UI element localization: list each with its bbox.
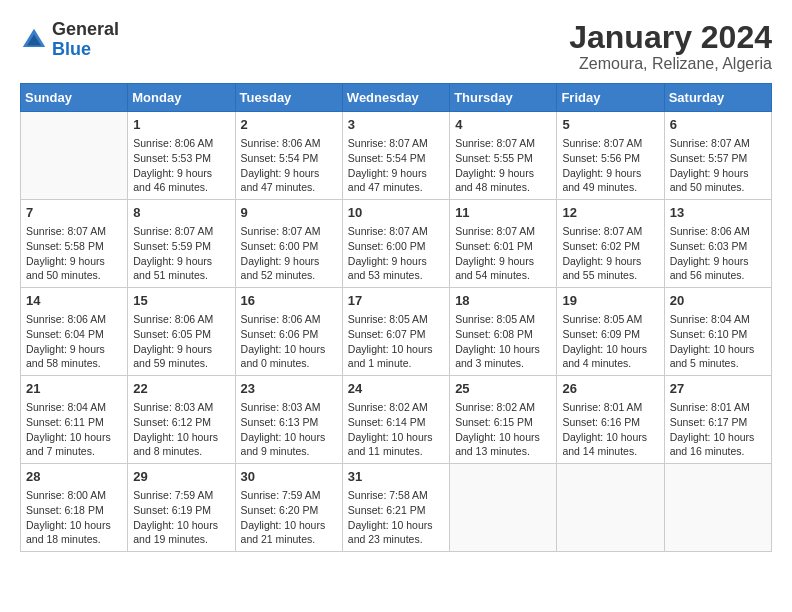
cell-date-number: 29 bbox=[133, 468, 229, 486]
calendar-cell: 11Sunrise: 8:07 AMSunset: 6:01 PMDayligh… bbox=[450, 200, 557, 288]
cell-date-number: 22 bbox=[133, 380, 229, 398]
cell-date-number: 15 bbox=[133, 292, 229, 310]
cell-info: Sunrise: 8:02 AMSunset: 6:14 PMDaylight:… bbox=[348, 400, 444, 459]
calendar-cell: 30Sunrise: 7:59 AMSunset: 6:20 PMDayligh… bbox=[235, 463, 342, 551]
calendar-header: SundayMondayTuesdayWednesdayThursdayFrid… bbox=[21, 84, 772, 112]
cell-date-number: 31 bbox=[348, 468, 444, 486]
logo-text: General Blue bbox=[52, 20, 119, 60]
cell-date-number: 20 bbox=[670, 292, 766, 310]
cell-date-number: 12 bbox=[562, 204, 658, 222]
calendar-week-row: 21Sunrise: 8:04 AMSunset: 6:11 PMDayligh… bbox=[21, 376, 772, 464]
calendar-cell: 16Sunrise: 8:06 AMSunset: 6:06 PMDayligh… bbox=[235, 288, 342, 376]
cell-info: Sunrise: 8:07 AMSunset: 5:58 PMDaylight:… bbox=[26, 224, 122, 283]
cell-date-number: 26 bbox=[562, 380, 658, 398]
day-header: Sunday bbox=[21, 84, 128, 112]
cell-info: Sunrise: 8:01 AMSunset: 6:16 PMDaylight:… bbox=[562, 400, 658, 459]
day-header: Tuesday bbox=[235, 84, 342, 112]
calendar-cell: 18Sunrise: 8:05 AMSunset: 6:08 PMDayligh… bbox=[450, 288, 557, 376]
page-title: January 2024 bbox=[569, 20, 772, 55]
calendar-cell bbox=[21, 112, 128, 200]
cell-info: Sunrise: 8:03 AMSunset: 6:12 PMDaylight:… bbox=[133, 400, 229, 459]
cell-info: Sunrise: 8:07 AMSunset: 5:59 PMDaylight:… bbox=[133, 224, 229, 283]
page-header: General Blue January 2024 Zemoura, Reliz… bbox=[20, 20, 772, 73]
calendar-week-row: 7Sunrise: 8:07 AMSunset: 5:58 PMDaylight… bbox=[21, 200, 772, 288]
cell-date-number: 13 bbox=[670, 204, 766, 222]
cell-info: Sunrise: 7:59 AMSunset: 6:19 PMDaylight:… bbox=[133, 488, 229, 547]
cell-date-number: 6 bbox=[670, 116, 766, 134]
calendar-body: 1Sunrise: 8:06 AMSunset: 5:53 PMDaylight… bbox=[21, 112, 772, 552]
cell-date-number: 5 bbox=[562, 116, 658, 134]
page-subtitle: Zemoura, Relizane, Algeria bbox=[569, 55, 772, 73]
calendar-cell: 6Sunrise: 8:07 AMSunset: 5:57 PMDaylight… bbox=[664, 112, 771, 200]
cell-info: Sunrise: 8:07 AMSunset: 6:00 PMDaylight:… bbox=[241, 224, 337, 283]
logo: General Blue bbox=[20, 20, 119, 60]
cell-date-number: 16 bbox=[241, 292, 337, 310]
calendar-cell: 4Sunrise: 8:07 AMSunset: 5:55 PMDaylight… bbox=[450, 112, 557, 200]
cell-info: Sunrise: 8:00 AMSunset: 6:18 PMDaylight:… bbox=[26, 488, 122, 547]
calendar-cell: 12Sunrise: 8:07 AMSunset: 6:02 PMDayligh… bbox=[557, 200, 664, 288]
calendar-cell: 27Sunrise: 8:01 AMSunset: 6:17 PMDayligh… bbox=[664, 376, 771, 464]
calendar-week-row: 28Sunrise: 8:00 AMSunset: 6:18 PMDayligh… bbox=[21, 463, 772, 551]
cell-date-number: 27 bbox=[670, 380, 766, 398]
calendar-cell: 14Sunrise: 8:06 AMSunset: 6:04 PMDayligh… bbox=[21, 288, 128, 376]
cell-date-number: 28 bbox=[26, 468, 122, 486]
calendar-cell bbox=[450, 463, 557, 551]
calendar-cell bbox=[557, 463, 664, 551]
calendar-cell: 13Sunrise: 8:06 AMSunset: 6:03 PMDayligh… bbox=[664, 200, 771, 288]
cell-info: Sunrise: 8:06 AMSunset: 6:03 PMDaylight:… bbox=[670, 224, 766, 283]
calendar-cell: 29Sunrise: 7:59 AMSunset: 6:19 PMDayligh… bbox=[128, 463, 235, 551]
cell-date-number: 14 bbox=[26, 292, 122, 310]
calendar-cell: 28Sunrise: 8:00 AMSunset: 6:18 PMDayligh… bbox=[21, 463, 128, 551]
cell-info: Sunrise: 8:06 AMSunset: 6:04 PMDaylight:… bbox=[26, 312, 122, 371]
cell-date-number: 3 bbox=[348, 116, 444, 134]
calendar-week-row: 1Sunrise: 8:06 AMSunset: 5:53 PMDaylight… bbox=[21, 112, 772, 200]
day-header: Friday bbox=[557, 84, 664, 112]
cell-date-number: 30 bbox=[241, 468, 337, 486]
cell-info: Sunrise: 8:06 AMSunset: 6:06 PMDaylight:… bbox=[241, 312, 337, 371]
calendar-cell: 3Sunrise: 8:07 AMSunset: 5:54 PMDaylight… bbox=[342, 112, 449, 200]
calendar-cell: 7Sunrise: 8:07 AMSunset: 5:58 PMDaylight… bbox=[21, 200, 128, 288]
cell-info: Sunrise: 8:04 AMSunset: 6:10 PMDaylight:… bbox=[670, 312, 766, 371]
cell-date-number: 1 bbox=[133, 116, 229, 134]
cell-info: Sunrise: 7:59 AMSunset: 6:20 PMDaylight:… bbox=[241, 488, 337, 547]
day-header: Thursday bbox=[450, 84, 557, 112]
cell-info: Sunrise: 8:05 AMSunset: 6:08 PMDaylight:… bbox=[455, 312, 551, 371]
logo-icon bbox=[20, 26, 48, 54]
cell-info: Sunrise: 8:05 AMSunset: 6:09 PMDaylight:… bbox=[562, 312, 658, 371]
cell-date-number: 10 bbox=[348, 204, 444, 222]
cell-date-number: 8 bbox=[133, 204, 229, 222]
calendar-cell: 1Sunrise: 8:06 AMSunset: 5:53 PMDaylight… bbox=[128, 112, 235, 200]
cell-date-number: 17 bbox=[348, 292, 444, 310]
calendar-table: SundayMondayTuesdayWednesdayThursdayFrid… bbox=[20, 83, 772, 552]
calendar-cell: 26Sunrise: 8:01 AMSunset: 6:16 PMDayligh… bbox=[557, 376, 664, 464]
cell-date-number: 21 bbox=[26, 380, 122, 398]
cell-info: Sunrise: 8:07 AMSunset: 6:02 PMDaylight:… bbox=[562, 224, 658, 283]
day-header: Saturday bbox=[664, 84, 771, 112]
cell-date-number: 4 bbox=[455, 116, 551, 134]
cell-info: Sunrise: 8:02 AMSunset: 6:15 PMDaylight:… bbox=[455, 400, 551, 459]
calendar-week-row: 14Sunrise: 8:06 AMSunset: 6:04 PMDayligh… bbox=[21, 288, 772, 376]
calendar-cell: 9Sunrise: 8:07 AMSunset: 6:00 PMDaylight… bbox=[235, 200, 342, 288]
calendar-cell bbox=[664, 463, 771, 551]
cell-date-number: 2 bbox=[241, 116, 337, 134]
cell-info: Sunrise: 8:04 AMSunset: 6:11 PMDaylight:… bbox=[26, 400, 122, 459]
cell-date-number: 11 bbox=[455, 204, 551, 222]
cell-date-number: 19 bbox=[562, 292, 658, 310]
cell-info: Sunrise: 8:06 AMSunset: 5:53 PMDaylight:… bbox=[133, 136, 229, 195]
cell-date-number: 7 bbox=[26, 204, 122, 222]
calendar-cell: 5Sunrise: 8:07 AMSunset: 5:56 PMDaylight… bbox=[557, 112, 664, 200]
calendar-cell: 24Sunrise: 8:02 AMSunset: 6:14 PMDayligh… bbox=[342, 376, 449, 464]
cell-info: Sunrise: 8:07 AMSunset: 6:00 PMDaylight:… bbox=[348, 224, 444, 283]
calendar-cell: 19Sunrise: 8:05 AMSunset: 6:09 PMDayligh… bbox=[557, 288, 664, 376]
cell-info: Sunrise: 8:05 AMSunset: 6:07 PMDaylight:… bbox=[348, 312, 444, 371]
cell-info: Sunrise: 8:07 AMSunset: 5:57 PMDaylight:… bbox=[670, 136, 766, 195]
calendar-cell: 23Sunrise: 8:03 AMSunset: 6:13 PMDayligh… bbox=[235, 376, 342, 464]
calendar-cell: 25Sunrise: 8:02 AMSunset: 6:15 PMDayligh… bbox=[450, 376, 557, 464]
cell-date-number: 23 bbox=[241, 380, 337, 398]
calendar-cell: 8Sunrise: 8:07 AMSunset: 5:59 PMDaylight… bbox=[128, 200, 235, 288]
calendar-cell: 10Sunrise: 8:07 AMSunset: 6:00 PMDayligh… bbox=[342, 200, 449, 288]
cell-info: Sunrise: 8:07 AMSunset: 6:01 PMDaylight:… bbox=[455, 224, 551, 283]
cell-date-number: 9 bbox=[241, 204, 337, 222]
cell-info: Sunrise: 7:58 AMSunset: 6:21 PMDaylight:… bbox=[348, 488, 444, 547]
calendar-cell: 17Sunrise: 8:05 AMSunset: 6:07 PMDayligh… bbox=[342, 288, 449, 376]
